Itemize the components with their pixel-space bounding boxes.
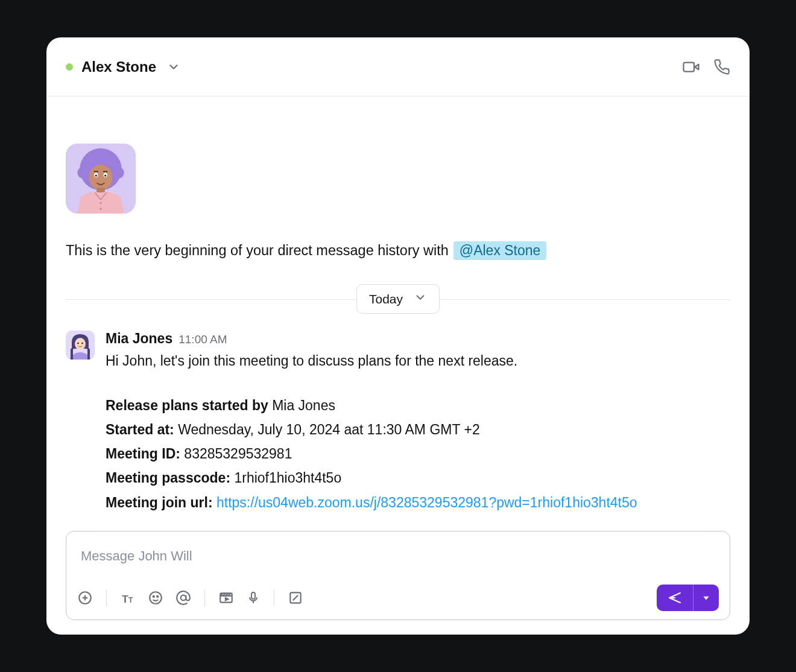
svg-point-28 (153, 596, 154, 597)
svg-line-37 (293, 595, 298, 601)
emoji-icon[interactable] (148, 590, 163, 606)
svg-line-38 (669, 593, 680, 598)
meeting-started-at-label: Started at: (106, 422, 174, 437)
header-actions (682, 58, 730, 76)
svg-rect-13 (93, 171, 98, 172)
message-composer: TT (66, 531, 730, 620)
presence-indicator-icon (66, 63, 73, 71)
meeting-join-url-label: Meeting join url: (106, 495, 213, 510)
message-body: Mia Jones 11:00 AM Hi John, let's join t… (106, 331, 730, 515)
video-call-icon[interactable] (682, 58, 700, 76)
svg-point-27 (150, 592, 162, 604)
svg-point-21 (81, 343, 83, 344)
svg-marker-33 (226, 598, 228, 600)
send-button[interactable] (657, 585, 719, 611)
svg-point-12 (104, 175, 106, 177)
contact-avatar-large (66, 144, 136, 214)
message-header: Mia Jones 11:00 AM (106, 331, 730, 347)
svg-point-16 (100, 202, 102, 204)
message-text: Hi John, let's join this meeting to disc… (106, 350, 730, 372)
date-jump-button[interactable]: Today (356, 284, 440, 314)
toolbar-separator (274, 589, 274, 606)
composer-toolbar: TT (66, 585, 730, 620)
svg-line-39 (669, 598, 680, 603)
dm-intro-text: This is the very beginning of your direc… (66, 241, 730, 260)
toolbar-separator (204, 589, 205, 606)
svg-point-7 (112, 167, 124, 179)
compose-edit-icon[interactable] (288, 590, 303, 606)
microphone-icon[interactable] (246, 591, 261, 605)
svg-text:T: T (128, 596, 133, 604)
phone-call-icon[interactable] (713, 59, 730, 75)
svg-point-30 (181, 595, 186, 601)
mention-icon[interactable] (175, 590, 191, 606)
message-row: Mia Jones 11:00 AM Hi John, let's join t… (46, 314, 750, 515)
svg-rect-0 (684, 62, 695, 71)
svg-point-20 (77, 343, 79, 344)
contact-name: Alex Stone (81, 59, 156, 75)
chat-header: Alex Stone (46, 37, 750, 97)
chevron-down-icon (414, 291, 427, 307)
meeting-passcode-label: Meeting passcode: (106, 470, 230, 486)
message-time: 11:00 AM (178, 333, 227, 346)
send-icon[interactable] (657, 585, 693, 611)
header-contact-button[interactable]: Alex Stone (66, 58, 183, 76)
svg-point-29 (157, 596, 158, 597)
svg-point-19 (75, 338, 86, 350)
message-input[interactable] (66, 531, 730, 585)
meeting-started-by: Mia Jones (272, 398, 335, 413)
dm-intro: This is the very beginning of your direc… (46, 97, 750, 260)
mention-chip[interactable]: @Alex Stone (453, 241, 547, 260)
date-label: Today (369, 292, 403, 306)
meeting-passcode: 1rhiof1hio3ht4t5o (234, 470, 341, 486)
video-clip-icon[interactable] (218, 590, 234, 606)
intro-prefix: This is the very beginning of your direc… (66, 242, 449, 259)
svg-point-8 (89, 165, 113, 191)
meeting-id: 83285329532981 (184, 446, 292, 461)
meeting-started-at: Wednesday, July 10, 2024 aat 11:30 AM GM… (178, 422, 480, 437)
svg-point-11 (95, 175, 97, 177)
meeting-title-label: Release plans started by (106, 398, 268, 413)
meeting-id-label: Meeting ID: (106, 446, 180, 461)
chevron-down-icon[interactable] (165, 58, 183, 76)
toolbar-separator (106, 589, 107, 606)
send-options-caret-icon[interactable] (693, 585, 719, 611)
svg-text:T: T (122, 593, 128, 605)
svg-point-6 (77, 167, 89, 179)
sender-name[interactable]: Mia Jones (106, 331, 172, 347)
add-attachment-icon[interactable] (77, 590, 93, 606)
svg-rect-14 (103, 171, 108, 172)
chat-window: Alex Stone (46, 37, 750, 635)
svg-marker-1 (695, 64, 698, 69)
date-divider: Today (46, 284, 750, 314)
meeting-join-link[interactable]: https://us04web.zoom.us/j/83285329532981… (216, 495, 637, 510)
svg-rect-34 (251, 592, 255, 599)
svg-point-17 (100, 208, 102, 210)
text-formatting-icon[interactable]: TT (120, 590, 136, 606)
sender-avatar[interactable] (66, 331, 95, 360)
svg-marker-41 (703, 597, 709, 600)
meeting-details: Release plans started by Mia Jones Start… (106, 393, 730, 515)
